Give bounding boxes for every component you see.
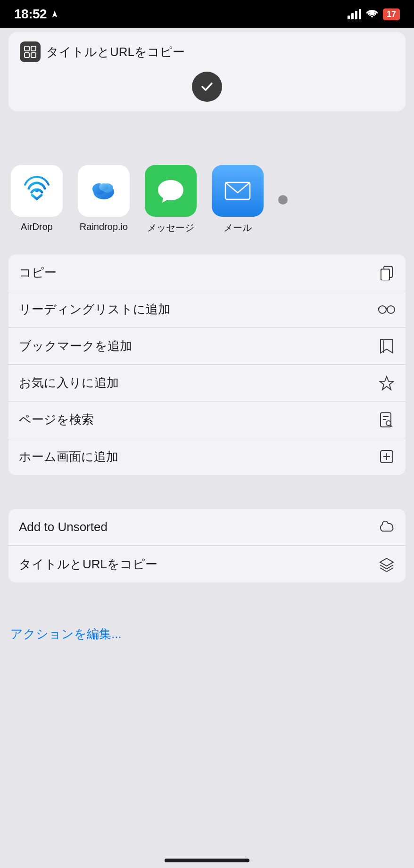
signal-icon: [348, 9, 361, 19]
messages-label: メッセージ: [147, 221, 194, 234]
mail-icon: [212, 165, 264, 217]
wifi-icon: [366, 8, 378, 20]
search-doc-icon: [378, 411, 395, 428]
copy-label: コピー: [19, 264, 57, 281]
glasses-icon: [378, 301, 395, 318]
status-time: 18:52: [14, 7, 47, 22]
raindrop-icon-wrapper: [78, 165, 130, 217]
bookmark-label: ブックマークを追加: [19, 338, 132, 354]
layers-icon: [378, 556, 395, 573]
edit-actions-section: アクションを編集...: [8, 617, 406, 651]
book-icon: [378, 338, 395, 355]
location-icon: [50, 10, 59, 18]
airdrop-icon: [11, 165, 63, 217]
svg-point-14: [387, 306, 395, 313]
copy-icon: [378, 264, 395, 281]
menu-item-bookmark[interactable]: ブックマークを追加: [8, 328, 406, 365]
menu-item-home-screen[interactable]: ホーム画面に追加: [8, 438, 406, 475]
menu-item-favorites[interactable]: お気に入りに追加: [8, 365, 406, 401]
svg-rect-1: [31, 46, 36, 51]
find-label: ページを検索: [19, 411, 94, 428]
home-indicator: [165, 859, 249, 862]
status-bar: 18:52 17: [0, 0, 414, 28]
confirm-card-title: タイトルとURLをコピー: [46, 44, 185, 60]
cloud-icon: [378, 519, 395, 536]
svg-point-13: [379, 306, 386, 313]
more-indicator: [278, 195, 288, 205]
svg-rect-0: [25, 46, 29, 51]
svg-point-8: [99, 183, 108, 191]
add-unsorted-label: Add to Unsorted: [19, 520, 108, 534]
svg-marker-28: [380, 558, 393, 566]
svg-rect-2: [25, 53, 29, 57]
reading-list-label: リーディングリストに追加: [19, 301, 170, 318]
plus-square-icon: [378, 448, 395, 465]
home-screen-label: ホーム画面に追加: [19, 449, 118, 465]
mail-label: メール: [224, 221, 252, 234]
favorites-label: お気に入りに追加: [19, 375, 119, 391]
share-item-messages[interactable]: メッセージ: [142, 165, 199, 234]
share-item-airdrop[interactable]: AirDrop: [8, 165, 65, 234]
messages-icon: [145, 165, 197, 217]
confirm-card-header: タイトルとURLをコピー: [20, 41, 394, 62]
menu-item-reading-list[interactable]: リーディングリストに追加: [8, 291, 406, 328]
share-item-mail[interactable]: メール: [209, 165, 266, 234]
menu-item-add-unsorted[interactable]: Add to Unsorted: [8, 509, 406, 546]
copy-title-url-label: タイトルとURLをコピー: [19, 556, 157, 573]
star-icon: [378, 375, 395, 392]
menu-item-find[interactable]: ページを検索: [8, 401, 406, 438]
menu-item-copy-title-url[interactable]: タイトルとURLをコピー: [8, 546, 406, 582]
airdrop-label: AirDrop: [21, 221, 53, 232]
edit-actions-link[interactable]: アクションを編集...: [10, 627, 122, 641]
menu-section-2: Add to Unsorted タイトルとURLをコピー: [8, 509, 406, 582]
app-icon: [20, 41, 41, 62]
checkmark-circle: [192, 72, 222, 102]
status-icons: 17: [348, 8, 400, 20]
share-item-raindrop[interactable]: Raindrop.io: [75, 165, 132, 234]
svg-rect-11: [381, 269, 389, 280]
menu-section-1: コピー リーディングリストに追加 ブックマークを追加: [8, 254, 406, 475]
raindrop-label: Raindrop.io: [80, 221, 128, 232]
share-row: AirDrop: [0, 156, 414, 244]
svg-rect-3: [31, 53, 36, 57]
svg-point-4: [35, 188, 39, 192]
confirm-card: タイトルとURLをコピー: [8, 32, 406, 111]
battery-indicator: 17: [383, 8, 400, 20]
menu-item-copy[interactable]: コピー: [8, 254, 406, 291]
svg-marker-19: [380, 377, 394, 390]
svg-point-23: [386, 421, 391, 426]
